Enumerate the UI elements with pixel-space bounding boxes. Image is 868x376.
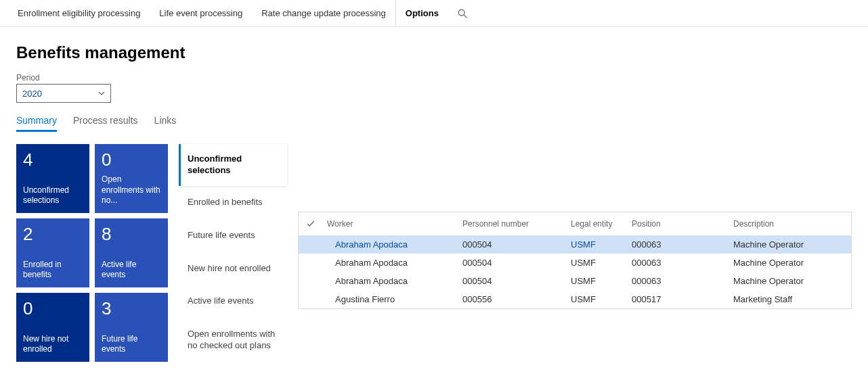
- cell-personnel: 000504: [462, 239, 571, 250]
- col-worker[interactable]: Worker: [327, 219, 462, 229]
- tile-open-enrollments[interactable]: 0 Open enrollments with no...: [95, 144, 168, 213]
- period-section: Period 2020: [16, 73, 852, 103]
- col-personnel[interactable]: Personnel number: [462, 219, 571, 229]
- category-open-enrollments[interactable]: Open enrollments with no checked out pla…: [179, 318, 287, 362]
- cell-legal[interactable]: USMF: [571, 294, 632, 304]
- tab-process-results[interactable]: Process results: [73, 115, 138, 132]
- toolbar-enrollment-eligibility[interactable]: Enrollment eligibility processing: [8, 0, 150, 26]
- check-icon[interactable]: [307, 220, 327, 227]
- tile-count: 8: [102, 225, 161, 243]
- tile-label: Unconfirmed selections: [23, 185, 83, 206]
- cell-description: Machine Operator: [733, 258, 851, 268]
- cell-position: 000517: [632, 294, 733, 304]
- tile-new-hire[interactable]: 0 New hire not enrolled: [16, 293, 89, 362]
- cell-legal[interactable]: USMF: [571, 276, 632, 286]
- tab-links[interactable]: Links: [154, 115, 177, 132]
- table-row[interactable]: Agustina Fierro 000556 USMF 000517 Marke…: [299, 290, 851, 308]
- tile-count: 4: [23, 151, 83, 168]
- tile-count: 2: [23, 225, 83, 243]
- tile-label: Future life events: [102, 334, 161, 355]
- cell-position: 000063: [632, 276, 733, 286]
- tile-label: Active life events: [102, 260, 161, 281]
- chevron-down-icon: [98, 91, 105, 95]
- category-new-hire[interactable]: New hire not enrolled: [179, 252, 287, 285]
- tile-count: 3: [102, 300, 161, 317]
- period-value: 2020: [22, 89, 42, 99]
- cell-worker[interactable]: Abraham Apodaca: [327, 239, 462, 250]
- period-label: Period: [16, 73, 852, 83]
- cell-legal[interactable]: USMF: [571, 258, 632, 268]
- tile-label: New hire not enrolled: [23, 334, 83, 355]
- cell-description: Machine Operator: [733, 239, 851, 250]
- tile-count: 0: [23, 300, 83, 317]
- table-row[interactable]: Abraham Apodaca 000504 USMF 000063 Machi…: [299, 254, 851, 272]
- table-row[interactable]: Abraham Apodaca 000504 USMF 000063 Machi…: [299, 272, 851, 290]
- tile-count: 0: [102, 151, 161, 168]
- table-row[interactable]: Abraham Apodaca 000504 USMF 000063 Machi…: [299, 235, 851, 254]
- cell-personnel: 000556: [462, 294, 571, 304]
- svg-line-1: [464, 15, 466, 18]
- period-dropdown[interactable]: 2020: [16, 84, 111, 103]
- cell-worker[interactable]: Abraham Apodaca: [327, 258, 462, 268]
- tabs: Summary Process results Links: [16, 115, 852, 132]
- tiles-grid: 4 Unconfirmed selections 0 Open enrollme…: [16, 144, 168, 362]
- cell-position: 000063: [632, 239, 733, 250]
- tile-label: Open enrollments with no...: [102, 174, 161, 206]
- tab-summary[interactable]: Summary: [16, 115, 57, 132]
- search-icon[interactable]: [448, 9, 477, 18]
- category-future-life[interactable]: Future life events: [179, 219, 287, 252]
- cell-description: Marketing Staff: [733, 294, 851, 304]
- tile-unconfirmed-selections[interactable]: 4 Unconfirmed selections: [16, 144, 89, 213]
- svg-point-0: [458, 9, 464, 16]
- cell-personnel: 000504: [462, 258, 571, 268]
- col-legal[interactable]: Legal entity: [571, 219, 632, 229]
- main-content: Benefits management Period 2020 Summary …: [0, 27, 868, 371]
- toolbar-life-event[interactable]: Life event processing: [150, 0, 252, 26]
- cell-worker[interactable]: Abraham Apodaca: [327, 276, 462, 286]
- category-enrolled[interactable]: Enrolled in benefits: [179, 186, 287, 219]
- page-title: Benefits management: [16, 43, 852, 62]
- col-position[interactable]: Position: [632, 219, 733, 229]
- table-header: Worker Personnel number Legal entity Pos…: [299, 212, 851, 235]
- cell-position: 000063: [632, 258, 733, 268]
- cell-personnel: 000504: [462, 276, 571, 286]
- category-list: Unconfirmed selections Enrolled in benef…: [179, 144, 287, 362]
- tile-active-life-events[interactable]: 8 Active life events: [95, 218, 168, 287]
- tile-label: Enrolled in benefits: [23, 260, 83, 281]
- data-table: Worker Personnel number Legal entity Pos…: [298, 212, 852, 309]
- toolbar-rate-change[interactable]: Rate change update processing: [252, 0, 395, 26]
- category-active-life[interactable]: Active life events: [179, 285, 287, 318]
- category-unconfirmed[interactable]: Unconfirmed selections: [179, 144, 287, 186]
- summary-content: 4 Unconfirmed selections 0 Open enrollme…: [16, 144, 852, 362]
- toolbar-options[interactable]: Options: [395, 0, 448, 26]
- col-description[interactable]: Description: [733, 219, 851, 229]
- tile-future-life-events[interactable]: 3 Future life events: [95, 293, 168, 362]
- cell-description: Machine Operator: [733, 276, 851, 286]
- cell-worker[interactable]: Agustina Fierro: [327, 294, 462, 304]
- cell-legal[interactable]: USMF: [571, 239, 632, 250]
- tile-enrolled-benefits[interactable]: 2 Enrolled in benefits: [16, 218, 89, 287]
- top-toolbar: Enrollment eligibility processing Life e…: [0, 0, 868, 27]
